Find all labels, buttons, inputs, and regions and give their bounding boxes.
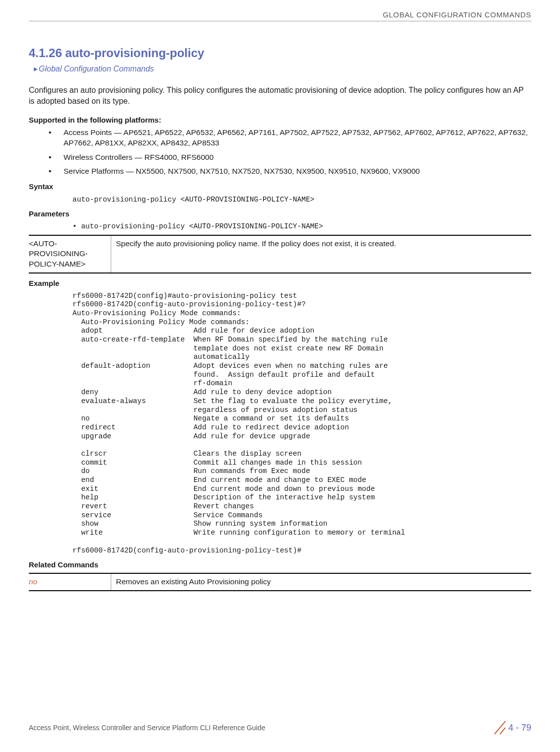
- syntax-heading: Syntax: [29, 182, 531, 192]
- description-paragraph: Configures an auto provisioning policy. …: [29, 85, 531, 106]
- parameters-table: <AUTO-PROVISIONING-POLICY-NAME> Specify …: [29, 235, 531, 274]
- list-item: Access Points — AP6521, AP6522, AP6532, …: [49, 128, 531, 148]
- breadcrumb[interactable]: ▸Global Configuration Commands: [34, 64, 531, 74]
- list-item: Wireless Controllers — RFS4000, RFS6000: [49, 152, 531, 163]
- related-heading: Related Commands: [29, 560, 531, 570]
- table-row: <AUTO-PROVISIONING-POLICY-NAME> Specify …: [29, 235, 531, 273]
- page-footer: Access Point, Wireless Controller and Se…: [29, 719, 531, 736]
- syntax-code: auto-provisioning-policy <AUTO-PROVISION…: [72, 195, 531, 204]
- svg-line-1: [500, 728, 505, 734]
- svg-line-0: [494, 721, 505, 734]
- parameters-bullet: • auto-provisioning-policy <AUTO-PROVISI…: [72, 222, 531, 232]
- param-desc-cell: Specify the auto provisioning policy nam…: [111, 235, 531, 273]
- arrow-right-icon: ▸: [34, 65, 38, 73]
- header-rule: [29, 21, 531, 21]
- example-code: rfs6000-81742D(config)#auto-provisioning…: [72, 292, 531, 555]
- supported-heading: Supported in the following platforms:: [29, 115, 531, 125]
- supported-list: Access Points — AP6521, AP6522, AP6532, …: [49, 128, 531, 177]
- page-number: 4 - 79: [508, 722, 531, 734]
- related-table: no Removes an existing Auto Provisioning…: [29, 573, 531, 591]
- breadcrumb-text: Global Configuration Commands: [39, 65, 154, 73]
- example-heading: Example: [29, 278, 531, 288]
- footer-left-text: Access Point, Wireless Controller and Se…: [29, 723, 265, 733]
- parameters-heading: Parameters: [29, 209, 531, 219]
- related-cmd-cell[interactable]: no: [29, 573, 111, 591]
- table-row: no Removes an existing Auto Provisioning…: [29, 573, 531, 591]
- related-desc-cell: Removes an existing Auto Provisioning po…: [111, 573, 531, 591]
- page-title: 4.1.26 auto-provisioning-policy: [29, 45, 531, 61]
- param-name-cell: <AUTO-PROVISIONING-POLICY-NAME>: [29, 235, 111, 273]
- slash-icon: [491, 719, 508, 736]
- list-item: Service Platforms — NX5500, NX7500, NX75…: [49, 166, 531, 177]
- header-section-label: GLOBAL CONFIGURATION COMMANDS: [29, 10, 531, 20]
